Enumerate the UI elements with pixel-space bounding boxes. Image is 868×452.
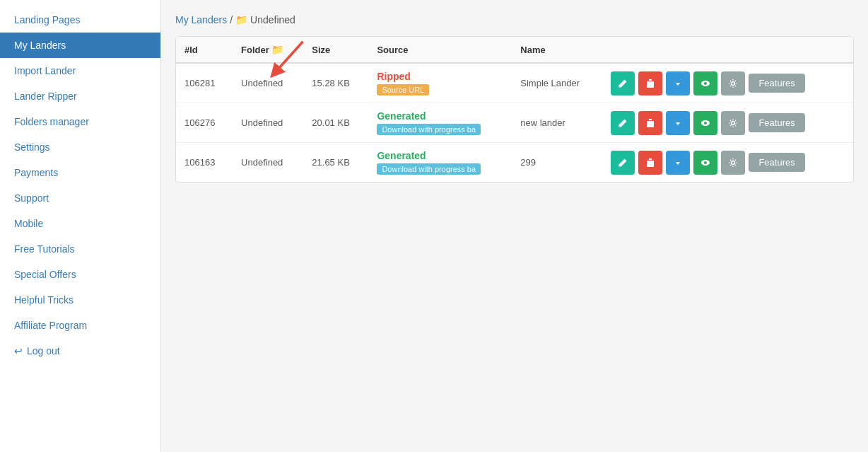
edit-icon (618, 79, 628, 88)
cell-source: Ripped Source URL (368, 63, 512, 103)
logout-button[interactable]: ↩Log out (0, 338, 160, 364)
cell-name: 299 (512, 143, 602, 182)
cell-name: new lander (512, 103, 602, 143)
download-icon (673, 118, 683, 128)
sidebar-item-folders-manager[interactable]: Folders manager (0, 109, 160, 134)
table-row: 106281Undefined15.28 KBRipped Source URL… (176, 63, 853, 103)
sidebar-item-affiliate-program[interactable]: Affiliate Program (0, 313, 160, 338)
download-icon (673, 79, 683, 88)
source-generated: Generated (377, 110, 503, 122)
breadcrumb-parent[interactable]: My Landers (175, 14, 227, 25)
landers-table: #Id Folder 📁 Size Source Name 106281Unde… (176, 37, 853, 182)
svg-point-13 (732, 161, 735, 164)
svg-point-5 (732, 81, 735, 85)
sidebar: Landing PagesMy LandersImport LanderLand… (0, 0, 161, 452)
gear-icon (728, 158, 738, 168)
breadcrumb-separator: / (230, 14, 233, 25)
features-button[interactable]: Features (749, 74, 804, 93)
col-folder: Folder 📁 (233, 37, 303, 63)
preview-button[interactable] (693, 71, 717, 95)
eye-icon (700, 79, 710, 88)
cell-name: Simple Lander (512, 63, 602, 103)
cell-size: 20.01 KB (303, 103, 368, 143)
sidebar-item-payments[interactable]: Payments (0, 160, 160, 185)
sidebar-item-landing-pages[interactable]: Landing Pages (0, 7, 160, 33)
features-button[interactable]: Features (749, 153, 804, 172)
svg-point-12 (704, 161, 707, 164)
source-ripped: Ripped (377, 71, 503, 82)
source-generated: Generated (377, 150, 503, 161)
edit-button[interactable] (611, 71, 635, 95)
cell-source: Generated Download with progress ba (368, 143, 512, 182)
download-icon (673, 158, 683, 168)
download-button[interactable] (666, 71, 690, 95)
col-size: Size (303, 37, 368, 63)
action-buttons: Features (611, 151, 845, 175)
gear-icon (728, 118, 738, 128)
sidebar-item-support[interactable]: Support (0, 185, 160, 211)
sidebar-item-free-tutorials[interactable]: Free Tutorials (0, 236, 160, 262)
col-source: Source (368, 37, 512, 63)
main-content: My Landers / 📁 Undefined #Id Folder 📁 Si… (161, 0, 868, 452)
svg-point-9 (732, 121, 735, 124)
breadcrumb-folder-icon: 📁 (235, 14, 247, 25)
action-buttons: Features (611, 71, 845, 95)
cell-folder: Undefined (233, 103, 303, 143)
svg-rect-10 (647, 161, 654, 167)
svg-rect-6 (647, 121, 654, 127)
col-name: Name (512, 37, 602, 63)
svg-point-8 (704, 122, 707, 124)
source-download-badge: Download with progress ba (377, 163, 481, 175)
sidebar-item-helpful-tricks[interactable]: Helpful Tricks (0, 287, 160, 313)
col-id: #Id (176, 37, 233, 63)
cell-size: 21.65 KB (303, 143, 368, 182)
sidebar-item-lander-ripper[interactable]: Lander Ripper (0, 83, 160, 109)
trash-icon (645, 118, 655, 128)
breadcrumb: My Landers / 📁 Undefined (175, 14, 854, 25)
logout-icon: ↩ (14, 345, 23, 357)
sidebar-item-special-offers[interactable]: Special Offers (0, 262, 160, 287)
logout-label: Log out (27, 345, 60, 357)
gear-button[interactable] (721, 71, 745, 95)
table-row: 106276Undefined20.01 KBGenerated Downloa… (176, 103, 853, 143)
cell-size: 15.28 KB (303, 63, 368, 103)
trash-icon (645, 79, 655, 88)
preview-button[interactable] (693, 151, 717, 175)
cell-actions: Features (602, 103, 853, 143)
cell-source: Generated Download with progress ba (368, 103, 512, 143)
features-button[interactable]: Features (749, 113, 804, 132)
gear-button[interactable] (721, 151, 745, 175)
download-button[interactable] (666, 151, 690, 175)
eye-icon (700, 118, 710, 128)
gear-button[interactable] (721, 111, 745, 135)
sidebar-item-settings[interactable]: Settings (0, 134, 160, 160)
edit-button[interactable] (611, 151, 635, 175)
action-buttons: Features (611, 111, 845, 135)
table-row: 106163Undefined21.65 KBGenerated Downloa… (176, 143, 853, 182)
cell-folder: Undefined (233, 143, 303, 182)
gear-icon (728, 79, 738, 88)
landers-table-container: #Id Folder 📁 Size Source Name 106281Unde… (175, 36, 854, 182)
cell-id: 106163 (176, 143, 233, 182)
cell-folder: Undefined (233, 63, 303, 103)
eye-icon (700, 158, 710, 168)
trash-icon (645, 158, 655, 168)
delete-button[interactable] (638, 151, 662, 175)
sidebar-item-my-landers[interactable]: My Landers (0, 33, 160, 58)
sidebar-item-import-lander[interactable]: Import Lander (0, 58, 160, 83)
edit-button[interactable] (611, 111, 635, 135)
table-header: #Id Folder 📁 Size Source Name (176, 37, 853, 63)
cell-id: 106281 (176, 63, 233, 103)
table-body: 106281Undefined15.28 KBRipped Source URL… (176, 63, 853, 182)
cell-actions: Features (602, 63, 853, 103)
edit-icon (618, 118, 628, 128)
cell-id: 106276 (176, 103, 233, 143)
svg-rect-2 (647, 81, 654, 88)
col-actions (602, 37, 853, 63)
delete-button[interactable] (638, 71, 662, 95)
edit-icon (618, 158, 628, 168)
download-button[interactable] (666, 111, 690, 135)
delete-button[interactable] (638, 111, 662, 135)
preview-button[interactable] (693, 111, 717, 135)
sidebar-item-mobile[interactable]: Mobile (0, 211, 160, 236)
